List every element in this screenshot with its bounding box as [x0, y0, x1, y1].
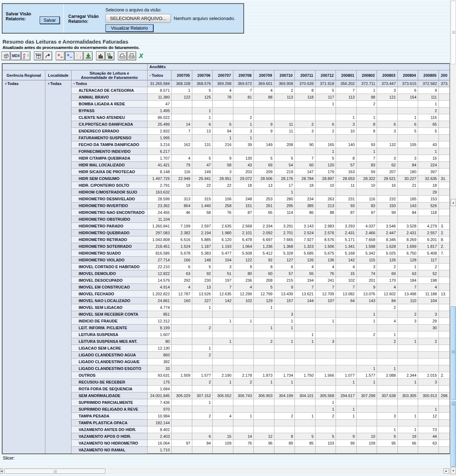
- scroll-up-button[interactable]: ▲: [451, 199, 456, 206]
- scroll-down-button[interactable]: ▼: [451, 467, 456, 474]
- data-cell-todos: 1.495: [148, 107, 172, 114]
- sort-arrows-icon[interactable]: ↑↓: [74, 51, 83, 60]
- data-cell-200708: [233, 386, 254, 392]
- data-cell-200708: 39: [233, 141, 254, 148]
- cube-icon[interactable]: [1, 51, 10, 60]
- outer-scroll-thumb[interactable]: [451, 1, 456, 64]
- data-cell-200801: [336, 399, 357, 406]
- data-cell-200706: 368.576: [192, 80, 213, 87]
- scroll-left-button[interactable]: ◄: [0, 469, 3, 474]
- data-cell-200708: 1: [233, 121, 254, 128]
- data-cell-200804: 1: [398, 413, 418, 420]
- data-cell-200801: [336, 304, 357, 311]
- data-cell-200710: 2: [274, 87, 295, 94]
- data-cell-200802: [357, 447, 377, 454]
- data-cell-200804: 373.615: [398, 80, 418, 87]
- column-header-200804[interactable]: 200804: [398, 70, 418, 80]
- data-cell-200804: 185: [398, 196, 418, 202]
- column-header-200803[interactable]: 200803: [377, 70, 398, 80]
- horizontal-scroll-thumb[interactable]: [4, 469, 105, 474]
- data-cell-200706: [192, 311, 213, 318]
- data-cell-partial: [439, 420, 450, 426]
- view-report-button[interactable]: Visualizar Relatorio: [105, 24, 153, 32]
- pivot-table: Ano/Mês Gerência Regional Localidade Sit…: [2, 63, 450, 454]
- data-cell-200708: [233, 331, 254, 338]
- column-header-200801[interactable]: 200801: [336, 70, 357, 80]
- data-cell-200709: 209: [254, 169, 274, 175]
- field-list-icon[interactable]: 0: [34, 51, 43, 60]
- data-cell-200709: 12.799: [254, 291, 274, 297]
- expand-glyph[interactable]: +: [48, 81, 50, 86]
- data-cell-200802: [357, 304, 377, 311]
- column-header-todos[interactable]: − Todos: [148, 70, 172, 80]
- data-cell-200706: 307.152: [192, 392, 213, 399]
- data-cell-200801: 1.341: [336, 243, 357, 250]
- data-cell-200711: 90: [295, 141, 316, 148]
- data-cell-200705: 368.108: [172, 80, 192, 87]
- column-header-200712[interactable]: 200712: [316, 70, 336, 80]
- column-header-200705[interactable]: 200705: [172, 70, 192, 80]
- refresh-arrow-icon[interactable]: [43, 51, 52, 60]
- field-header-region[interactable]: Gerência Regional: [3, 70, 45, 80]
- data-cell-todos: 12.130: [148, 345, 172, 352]
- data-cell-200710: 2: [274, 413, 295, 420]
- inner-scroll-thumb-upper[interactable]: [451, 306, 456, 400]
- row-label[interactable]: −Todos: [71, 80, 148, 87]
- column-header-200706[interactable]: 200706: [192, 70, 213, 80]
- expand-glyph[interactable]: +: [5, 81, 7, 86]
- expand-red-icon[interactable]: +−: [56, 51, 65, 60]
- column-header-partial[interactable]: 200: [439, 70, 450, 80]
- column-header-200710[interactable]: 200710: [274, 70, 295, 80]
- data-cell-200711: 2: [295, 121, 316, 128]
- data-cell-200705: [172, 338, 192, 345]
- excel-icon[interactable]: X: [137, 51, 145, 60]
- save-button[interactable]: Salvar: [40, 16, 60, 24]
- collapse-glyph[interactable]: −: [73, 81, 75, 86]
- column-header-200711[interactable]: 200711: [295, 70, 316, 80]
- data-cell-200805: 29: [418, 318, 439, 325]
- column-group-header-row: Ano/Mês: [3, 64, 450, 70]
- column-group-header[interactable]: Ano/Mês: [148, 64, 450, 70]
- data-cell-200706: 125: [192, 94, 213, 101]
- data-cell-200712: 2.983: [316, 223, 336, 230]
- data-cell-200804: 1: [398, 426, 418, 433]
- column-header-200805[interactable]: 200805: [418, 70, 439, 80]
- locality-member-cell[interactable]: +Todas: [45, 80, 71, 454]
- column-header-200802[interactable]: 200802: [357, 70, 377, 80]
- data-cell-200801: 1: [336, 413, 357, 420]
- data-cell-200706: 13.526: [192, 291, 213, 297]
- field-header-situation[interactable]: Situação de Leitura eAnormalidade de Fat…: [71, 70, 148, 80]
- data-cell-200803: [377, 379, 398, 386]
- print-icon[interactable]: [127, 51, 136, 60]
- field-header-locality[interactable]: Localidade: [45, 70, 71, 80]
- sort-az-icon[interactable]: A Z ↓: [21, 51, 30, 60]
- table-row: BOMBA LIGADA A REDE47121: [71, 101, 450, 107]
- data-cell-200802: [357, 406, 377, 413]
- collapse-glyph[interactable]: −: [149, 73, 151, 77]
- data-cell-200802: [357, 189, 377, 196]
- data-cell-200709: 60: [254, 270, 274, 277]
- scroll-right-button[interactable]: ►: [443, 469, 449, 474]
- data-cell-200707: 22: [213, 182, 233, 189]
- column-header-200708[interactable]: 200708: [233, 70, 254, 80]
- region-member-cell[interactable]: +Todas: [3, 80, 45, 454]
- row-label: HIDR C/TAMPA QUEBRADA: [71, 155, 148, 162]
- row-label: HIDROM C/MOSTRADOR SUJO: [71, 189, 148, 196]
- table-row: IMOVEL EM CONSTRUCAO4.91441374597779474: [71, 284, 450, 291]
- data-cell-200705: [172, 318, 192, 325]
- inner-scroll-thumb-lower[interactable]: [451, 401, 456, 467]
- data-cell-200801: 1.077: [336, 372, 357, 379]
- column-header-200709[interactable]: 200709: [254, 70, 274, 80]
- chart-check-icon[interactable]: [105, 51, 114, 60]
- data-cell-200707: 216: [213, 141, 233, 148]
- select-file-button[interactable]: SELECIONAR ARQUIVO...: [105, 14, 171, 23]
- export-page-icon[interactable]: [118, 51, 127, 60]
- mdx-button[interactable]: MDX: [11, 51, 21, 60]
- data-cell-200801: [336, 325, 357, 331]
- collapse-blue-icon[interactable]: +−: [65, 51, 74, 60]
- chart-icon[interactable]: [96, 51, 105, 60]
- data-cell-200804: 128: [398, 257, 418, 264]
- drill-down-icon[interactable]: [84, 51, 93, 60]
- column-header-200707[interactable]: 200707: [213, 70, 233, 80]
- data-cell-200802: 8: [357, 128, 377, 135]
